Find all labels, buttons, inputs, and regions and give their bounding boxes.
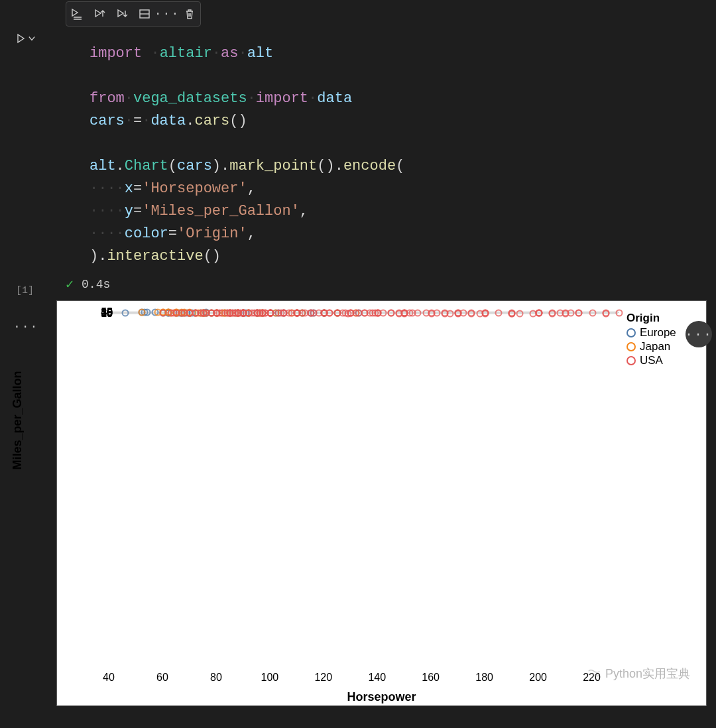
x-tick: 200 bbox=[529, 672, 547, 684]
cell-output: Miles_per_Gallon Horsepower 051015202530… bbox=[56, 300, 707, 706]
data-point[interactable] bbox=[589, 310, 596, 317]
data-point[interactable] bbox=[535, 310, 542, 317]
x-tick: 40 bbox=[103, 672, 115, 684]
more-fab-icon[interactable]: ··· bbox=[686, 321, 712, 347]
x-tick: 120 bbox=[314, 672, 332, 684]
success-check-icon: ✓ bbox=[66, 276, 74, 292]
run-above-icon[interactable] bbox=[93, 7, 106, 21]
x-tick: 80 bbox=[210, 672, 222, 684]
scatter-plot[interactable] bbox=[109, 312, 619, 313]
legend-label: USA bbox=[640, 354, 663, 367]
data-point[interactable] bbox=[267, 310, 274, 317]
run-cell-button[interactable] bbox=[15, 33, 35, 44]
data-point[interactable] bbox=[447, 310, 454, 317]
x-tick: 180 bbox=[475, 672, 493, 684]
data-point[interactable] bbox=[516, 310, 524, 317]
data-point[interactable] bbox=[414, 310, 422, 317]
run-below-icon[interactable] bbox=[115, 7, 129, 21]
data-point[interactable] bbox=[602, 310, 609, 317]
data-point[interactable] bbox=[379, 310, 387, 317]
legend-label: Japan bbox=[640, 340, 670, 353]
data-point[interactable] bbox=[567, 310, 575, 317]
legend-item[interactable]: USA bbox=[626, 354, 702, 367]
data-point[interactable] bbox=[508, 310, 516, 317]
legend-swatch-icon bbox=[626, 342, 636, 351]
y-tick: 50 bbox=[86, 306, 113, 318]
run-by-line-icon[interactable] bbox=[70, 7, 84, 21]
more-actions-icon[interactable]: ··· bbox=[160, 7, 174, 21]
y-axis-label: Miles_per_Gallon bbox=[11, 354, 25, 487]
legend-label: Europe bbox=[640, 326, 676, 339]
x-tick: 140 bbox=[368, 672, 386, 684]
data-point[interactable] bbox=[122, 309, 129, 316]
code-cell: ··· import ·altair·as·alt from·vega_data… bbox=[56, 0, 703, 292]
data-point[interactable] bbox=[326, 310, 333, 317]
x-tick: 100 bbox=[261, 672, 278, 684]
data-point[interactable] bbox=[481, 310, 489, 317]
execution-count: [1] bbox=[16, 285, 34, 296]
delete-cell-icon[interactable] bbox=[183, 7, 196, 21]
cell-status: ✓ 0.4s bbox=[56, 276, 703, 292]
split-cell-icon[interactable] bbox=[138, 7, 151, 21]
x-tick: 160 bbox=[422, 672, 440, 684]
chart-legend: Origin EuropeJapanUSA bbox=[623, 308, 702, 701]
data-point[interactable] bbox=[495, 310, 502, 317]
legend-swatch-icon bbox=[626, 356, 636, 365]
watermark: Python实用宝典 bbox=[587, 666, 690, 682]
data-point[interactable] bbox=[575, 310, 583, 317]
data-point[interactable] bbox=[433, 310, 440, 317]
data-point[interactable] bbox=[387, 310, 394, 317]
data-point[interactable] bbox=[468, 310, 475, 317]
x-tick: 60 bbox=[156, 672, 168, 684]
data-point[interactable] bbox=[548, 310, 556, 317]
data-point[interactable] bbox=[138, 309, 145, 316]
legend-swatch-icon bbox=[626, 328, 636, 337]
cell-toolbar: ··· bbox=[66, 1, 201, 27]
code-editor[interactable]: import ·altair·as·alt from·vega_datasets… bbox=[56, 27, 703, 273]
cell-output-more-icon[interactable]: ··· bbox=[13, 320, 38, 334]
data-point[interactable] bbox=[460, 310, 467, 317]
data-point[interactable] bbox=[159, 310, 166, 317]
execution-time: 0.4s bbox=[82, 278, 110, 291]
data-point[interactable] bbox=[616, 310, 623, 317]
